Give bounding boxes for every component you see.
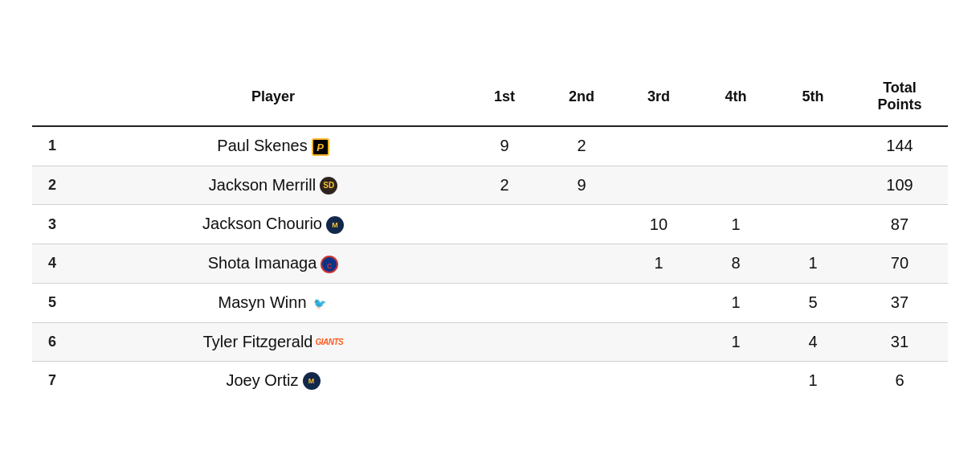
player-cell: Masyn Winn🐦 xyxy=(80,283,466,322)
player-name: Jackson Chourio xyxy=(202,215,322,232)
table-row: 7 Joey OrtizM 1 6 xyxy=(32,361,948,399)
col5-cell xyxy=(774,166,851,205)
col3-cell xyxy=(620,361,697,399)
col5-cell xyxy=(774,126,851,166)
col5-cell: 1 xyxy=(774,244,851,284)
col2-cell xyxy=(543,283,620,322)
col1-cell xyxy=(466,244,543,284)
total-cell: 6 xyxy=(851,361,948,399)
rank-cell: 5 xyxy=(32,283,80,322)
col1-cell: 9 xyxy=(466,126,543,166)
col3-cell xyxy=(620,126,697,166)
header-rank xyxy=(32,72,80,126)
col1-cell xyxy=(466,283,543,322)
player-cell: Shota ImanagaC xyxy=(80,244,466,284)
player-cell: Tyler FitzgeraldGIANTS xyxy=(80,322,466,361)
col4-cell: 1 xyxy=(697,322,774,361)
col5-cell: 4 xyxy=(774,322,851,361)
col4-cell xyxy=(697,361,774,399)
total-cell: 87 xyxy=(851,205,948,244)
table-header-row: Player 1st 2nd 3rd 4th 5th TotalPoints xyxy=(32,72,948,126)
col5-cell: 1 xyxy=(774,361,851,399)
col2-cell: 9 xyxy=(543,166,620,205)
table-row: 3 Jackson ChourioM 10 1 87 xyxy=(32,205,948,244)
col1-cell xyxy=(466,322,543,361)
col3-cell xyxy=(620,166,697,205)
player-name: Shota Imanaga xyxy=(208,254,317,272)
col4-cell: 1 xyxy=(697,205,774,244)
rank-cell: 2 xyxy=(32,166,80,205)
col1-cell xyxy=(466,361,543,399)
col2-cell xyxy=(543,244,620,284)
total-cell: 109 xyxy=(851,166,948,205)
player-name: Masyn Winn xyxy=(218,293,306,311)
table-row: 6 Tyler FitzgeraldGIANTS 1 4 31 xyxy=(32,322,948,361)
col5-cell: 5 xyxy=(774,283,851,322)
total-cell: 37 xyxy=(851,283,948,322)
table-row: 2 Jackson MerrillSD 2 9 109 xyxy=(32,166,948,205)
rankings-table: Player 1st 2nd 3rd 4th 5th TotalPoints 1… xyxy=(32,72,948,400)
player-cell: Jackson ChourioM xyxy=(80,205,466,244)
total-cell: 70 xyxy=(851,244,948,284)
col1-cell: 2 xyxy=(466,166,543,205)
player-cell: Jackson MerrillSD xyxy=(80,166,466,205)
col5-cell xyxy=(774,205,851,244)
table-row: 4 Shota ImanagaC 1 8 1 70 xyxy=(32,244,948,284)
player-name: Joey Ortiz xyxy=(226,371,298,389)
player-name: Paul Skenes xyxy=(217,137,307,154)
col3-cell: 10 xyxy=(620,205,697,244)
table-row: 5 Masyn Winn🐦 1 5 37 xyxy=(32,283,948,322)
header-3rd: 3rd xyxy=(620,72,697,126)
player-name: Tyler Fitzgerald xyxy=(203,333,313,350)
header-4th: 4th xyxy=(697,72,774,126)
col2-cell xyxy=(543,205,620,244)
player-cell: Paul SkenesP xyxy=(80,126,466,166)
rank-cell: 3 xyxy=(32,205,80,244)
header-total: TotalPoints xyxy=(851,72,948,126)
rank-cell: 7 xyxy=(32,361,80,399)
col3-cell: 1 xyxy=(620,244,697,284)
header-player: Player xyxy=(80,72,466,126)
col1-cell xyxy=(466,205,543,244)
table-container: Player 1st 2nd 3rd 4th 5th TotalPoints 1… xyxy=(16,63,964,408)
col2-cell: 2 xyxy=(543,126,620,166)
total-cell: 31 xyxy=(851,322,948,361)
table-row: 1 Paul SkenesP 9 2 144 xyxy=(32,126,948,166)
header-2nd: 2nd xyxy=(543,72,620,126)
rank-cell: 4 xyxy=(32,244,80,284)
header-5th: 5th xyxy=(774,72,851,126)
col2-cell xyxy=(543,322,620,361)
col2-cell xyxy=(543,361,620,399)
header-1st: 1st xyxy=(466,72,543,126)
player-name: Jackson Merrill xyxy=(209,176,316,194)
total-cell: 144 xyxy=(851,126,948,166)
col3-cell xyxy=(620,283,697,322)
col4-cell: 8 xyxy=(697,244,774,284)
col4-cell: 1 xyxy=(697,283,774,322)
col4-cell xyxy=(697,166,774,205)
col4-cell xyxy=(697,126,774,166)
rank-cell: 1 xyxy=(32,126,80,166)
player-cell: Joey OrtizM xyxy=(80,361,466,399)
col3-cell xyxy=(620,322,697,361)
rank-cell: 6 xyxy=(32,322,80,361)
